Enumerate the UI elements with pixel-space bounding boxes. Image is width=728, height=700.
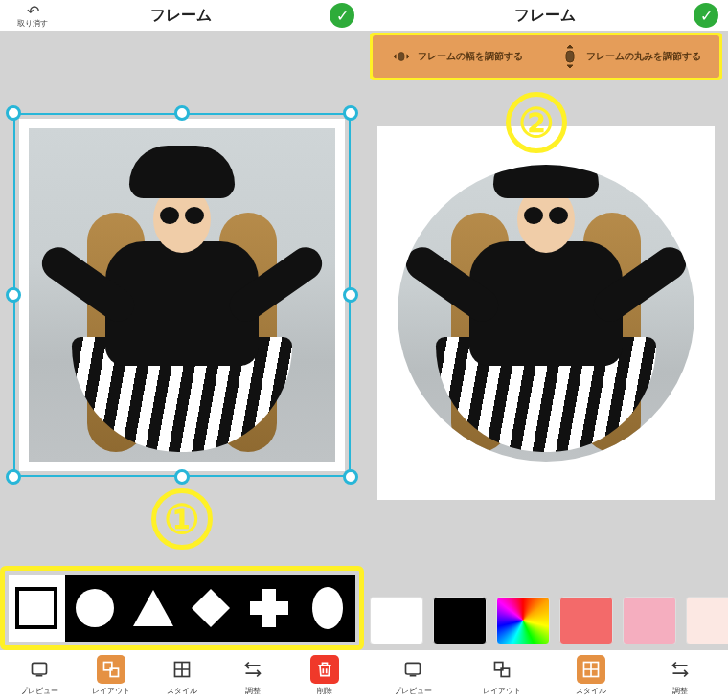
swatch-red[interactable] — [559, 597, 613, 644]
nav-label: 調整 — [672, 686, 688, 696]
shape-plus[interactable] — [241, 575, 300, 642]
tip-frame-width[interactable]: フレームの幅を調節する — [391, 46, 523, 67]
topbar: ↶ 取り消す フレーム ✓ — [364, 0, 728, 31]
style-icon — [168, 655, 196, 684]
nav-style[interactable]: スタイル — [562, 655, 620, 696]
swatch-pink[interactable] — [623, 597, 676, 644]
svg-point-1 — [76, 589, 114, 627]
resize-handle-tr[interactable] — [343, 105, 358, 121]
resize-handle-tl[interactable] — [6, 105, 21, 121]
preview-icon — [25, 655, 54, 684]
nav-label: スタイル — [167, 686, 197, 696]
bottom-nav: プレビュー レイアウト スタイル 調整 — [364, 650, 728, 700]
nav-label: 削除 — [317, 686, 332, 696]
nav-label: スタイル — [576, 686, 606, 696]
preview-icon — [398, 655, 427, 684]
tip-banner: フレームの幅を調節する フレームの丸みを調節する — [373, 35, 719, 78]
swatch-white[interactable] — [370, 597, 423, 644]
nav-label: 調整 — [245, 686, 261, 696]
canvas[interactable] — [0, 31, 364, 700]
svg-rect-0 — [17, 589, 56, 627]
svg-point-4 — [312, 587, 343, 629]
nav-label: レイアウト — [483, 686, 521, 696]
circular-frame — [398, 165, 694, 462]
trash-icon — [310, 655, 339, 684]
nav-label: レイアウト — [92, 686, 130, 696]
resize-handle-l[interactable] — [6, 287, 21, 303]
nav-preview[interactable]: プレビュー — [11, 655, 68, 696]
adjust-icon — [239, 655, 267, 684]
svg-rect-10 — [566, 51, 574, 62]
nav-adjust[interactable]: 調整 — [651, 655, 709, 696]
page-title: フレーム — [33, 6, 330, 26]
selected-frame[interactable] — [13, 113, 351, 477]
swatch-rainbow[interactable] — [496, 597, 550, 644]
svg-rect-5 — [33, 663, 47, 674]
tip-label: フレームの丸みを調節する — [586, 50, 701, 63]
swatch-black[interactable] — [433, 597, 487, 644]
shape-picker-highlight — [0, 566, 364, 650]
resize-handle-b[interactable] — [174, 469, 190, 485]
style-icon — [577, 655, 605, 684]
nav-preview[interactable]: プレビュー — [384, 655, 442, 696]
resize-handle-bl[interactable] — [6, 469, 21, 485]
confirm-button[interactable]: ✓ — [694, 3, 718, 28]
confirm-button[interactable]: ✓ — [330, 3, 354, 28]
nav-label: プレビュー — [394, 686, 432, 696]
bottom-nav: プレビュー レイアウト スタイル 調整 — [0, 650, 364, 700]
shape-circle[interactable] — [67, 575, 125, 642]
resize-handle-br[interactable] — [343, 469, 358, 485]
check-icon: ✓ — [336, 7, 349, 25]
shape-picker — [9, 575, 355, 642]
swatch-light-pink[interactable] — [686, 597, 728, 644]
pane-left: ↶ 取り消す フレーム ✓ — [0, 0, 364, 700]
nav-layout[interactable]: レイアウト — [82, 655, 140, 696]
layout-icon — [97, 655, 125, 684]
nav-layout[interactable]: レイアウト — [473, 655, 531, 696]
shape-square[interactable] — [9, 575, 67, 642]
adjust-icon — [666, 655, 694, 684]
resize-handle-t[interactable] — [174, 105, 190, 121]
tip-banner-highlight: フレームの幅を調節する フレームの丸みを調節する — [370, 33, 722, 80]
tip-label: フレームの幅を調節する — [418, 50, 523, 63]
roundness-adjust-icon — [559, 46, 580, 67]
shape-diamond[interactable] — [183, 575, 241, 642]
annotation-step-1: ① — [151, 488, 213, 550]
shape-triangle[interactable] — [125, 575, 183, 642]
svg-rect-9 — [398, 53, 404, 61]
svg-marker-2 — [133, 590, 173, 626]
selection-outline — [13, 113, 351, 477]
color-swatch-row — [370, 593, 728, 648]
svg-marker-3 — [192, 589, 230, 627]
width-adjust-icon — [391, 46, 412, 67]
resize-handle-r[interactable] — [343, 287, 358, 303]
photo-card — [377, 126, 715, 500]
topbar: ↶ 取り消す フレーム ✓ — [0, 0, 364, 31]
page-title: フレーム — [397, 6, 694, 26]
tip-frame-round[interactable]: フレームの丸みを調節する — [559, 46, 701, 67]
layout-icon — [488, 655, 516, 684]
check-icon: ✓ — [700, 7, 713, 25]
nav-label: プレビュー — [20, 686, 58, 696]
nav-delete[interactable]: 削除 — [296, 655, 353, 696]
nav-adjust[interactable]: 調整 — [224, 655, 282, 696]
nav-style[interactable]: スタイル — [153, 655, 211, 696]
shape-oval[interactable] — [299, 575, 355, 642]
annotation-step-2: ② — [506, 92, 567, 153]
svg-rect-11 — [405, 663, 420, 674]
